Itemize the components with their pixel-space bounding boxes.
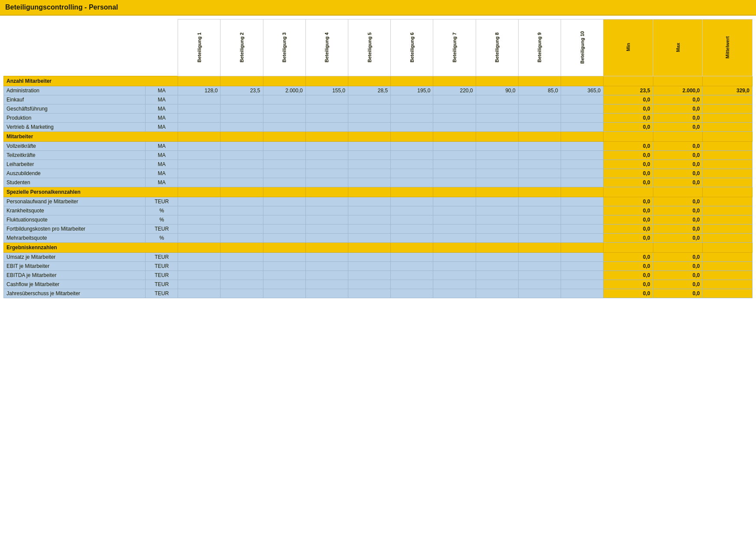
row-val-spezielle-3-5: [391, 225, 433, 234]
row-val-ergebnis-4-4: [348, 289, 390, 298]
section-fill-ergebnis-11: [653, 243, 703, 253]
row-val-spezielle-4-6: [433, 234, 476, 243]
row-val-ergebnis-2-2: [263, 271, 305, 280]
section-label-anzahl: Anzahl Mitarbeiter: [4, 76, 178, 86]
row-val-spezielle-0-7: [476, 197, 518, 206]
row-val-mitarbeiter-0-7: [476, 142, 518, 151]
row-val-mitarbeiter-4-1: [221, 178, 263, 187]
row-val-mitarbeiter-4-9: [561, 178, 603, 187]
row-val-ergebnis-2-9: [561, 271, 603, 280]
section-fill-ergebnis-4: [348, 243, 390, 253]
page-title: Beteiligungscontrolling - Personal: [0, 0, 756, 16]
row-avg-mitarbeiter-0: [703, 142, 753, 151]
row-unit-ergebnis-3: TEUR: [146, 280, 178, 289]
row-val-anzahl-3-5: [391, 114, 433, 123]
row-val-ergebnis-2-5: [391, 271, 433, 280]
section-fill-ergebnis-9: [561, 243, 603, 253]
row-val-mitarbeiter-3-6: [433, 169, 476, 178]
row-val-mitarbeiter-3-7: [476, 169, 518, 178]
row-unit-spezielle-4: %: [146, 234, 178, 243]
row-val-ergebnis-4-2: [263, 289, 305, 298]
row-val-anzahl-1-0: [178, 95, 221, 104]
row-label-mitarbeiter-3: Auszubildende: [4, 169, 146, 178]
row-val-spezielle-4-3: [305, 234, 348, 243]
row-val-spezielle-2-9: [561, 215, 603, 225]
row-val-ergebnis-0-2: [263, 253, 305, 262]
row-min-mitarbeiter-0: 0,0: [604, 142, 653, 151]
section-label-mitarbeiter: Mitarbeiter: [4, 132, 178, 142]
row-label-ergebnis-4: Jahresüberschuss je Mitarbeiter: [4, 289, 146, 298]
row-val-anzahl-0-5: 195,0: [391, 86, 433, 95]
section-label-spezielle: Spezielle Personalkennzahlen: [4, 187, 178, 197]
section-fill-mitarbeiter-8: [518, 132, 561, 142]
row-val-ergebnis-2-6: [433, 271, 476, 280]
row-unit-anzahl-2: MA: [146, 104, 178, 114]
row-val-spezielle-4-2: [263, 234, 305, 243]
row-val-ergebnis-3-0: [178, 280, 221, 289]
row-max-anzahl-1: 0,0: [653, 95, 703, 104]
header-col-2: Beteiligung 2: [221, 20, 263, 76]
row-val-ergebnis-4-1: [221, 289, 263, 298]
row-unit-spezielle-3: TEUR: [146, 225, 178, 234]
row-val-mitarbeiter-3-8: [518, 169, 561, 178]
row-avg-spezielle-2: [703, 215, 753, 225]
row-val-anzahl-4-5: [391, 123, 433, 132]
row-val-spezielle-2-8: [518, 215, 561, 225]
section-fill-spezielle-9: [561, 187, 603, 197]
row-val-mitarbeiter-2-6: [433, 160, 476, 169]
row-max-mitarbeiter-4: 0,0: [653, 178, 703, 187]
row-min-spezielle-1: 0,0: [604, 206, 653, 215]
section-fill-ergebnis-6: [433, 243, 476, 253]
row-val-anzahl-3-3: [305, 114, 348, 123]
row-min-anzahl-2: 0,0: [604, 104, 653, 114]
row-label-anzahl-1: Einkauf: [4, 95, 146, 104]
row-val-ergebnis-0-7: [476, 253, 518, 262]
data-row-spezielle-3: Fortbildungskosten pro MitarbeiterTEUR0,…: [4, 225, 753, 234]
row-max-spezielle-1: 0,0: [653, 206, 703, 215]
header-col-avg: Mittelwert: [703, 20, 753, 76]
row-val-mitarbeiter-1-5: [391, 151, 433, 160]
row-unit-spezielle-1: %: [146, 206, 178, 215]
section-fill-anzahl-6: [433, 76, 476, 86]
row-avg-mitarbeiter-3: [703, 169, 753, 178]
row-val-anzahl-0-1: 23,5: [221, 86, 263, 95]
row-val-mitarbeiter-1-4: [348, 151, 390, 160]
row-unit-ergebnis-0: TEUR: [146, 253, 178, 262]
row-val-anzahl-3-2: [263, 114, 305, 123]
row-val-anzahl-4-9: [561, 123, 603, 132]
section-fill-anzahl-0: [178, 76, 221, 86]
header-col-4: Beteiligung 4: [305, 20, 348, 76]
row-max-anzahl-3: 0,0: [653, 114, 703, 123]
data-row-mitarbeiter-2: LeiharbeiterMA0,00,0: [4, 160, 753, 169]
row-max-ergebnis-0: 0,0: [653, 253, 703, 262]
data-row-ergebnis-1: EBIT je MitarbeiterTEUR0,00,0: [4, 262, 753, 271]
row-label-mitarbeiter-1: Teilzeitkräfte: [4, 151, 146, 160]
section-fill-mitarbeiter-2: [263, 132, 305, 142]
row-val-anzahl-2-8: [518, 104, 561, 114]
row-avg-mitarbeiter-4: [703, 178, 753, 187]
section-fill-spezielle-2: [263, 187, 305, 197]
row-label-mitarbeiter-4: Studenten: [4, 178, 146, 187]
row-val-spezielle-1-2: [263, 206, 305, 215]
row-val-ergebnis-1-4: [348, 262, 390, 271]
row-label-ergebnis-2: EBITDA je Mitarbeiter: [4, 271, 146, 280]
row-label-mitarbeiter-0: Vollzeitkräfte: [4, 142, 146, 151]
section-fill-ergebnis-5: [391, 243, 433, 253]
section-fill-anzahl-4: [348, 76, 390, 86]
row-val-spezielle-0-4: [348, 197, 390, 206]
row-val-spezielle-4-7: [476, 234, 518, 243]
row-val-spezielle-0-6: [433, 197, 476, 206]
row-val-mitarbeiter-0-9: [561, 142, 603, 151]
row-val-spezielle-3-6: [433, 225, 476, 234]
row-val-anzahl-2-9: [561, 104, 603, 114]
row-label-spezielle-4: Mehrarbeitsquote: [4, 234, 146, 243]
row-val-spezielle-3-3: [305, 225, 348, 234]
row-val-spezielle-0-0: [178, 197, 221, 206]
row-val-ergebnis-3-6: [433, 280, 476, 289]
row-min-spezielle-3: 0,0: [604, 225, 653, 234]
row-max-mitarbeiter-0: 0,0: [653, 142, 703, 151]
row-val-mitarbeiter-0-4: [348, 142, 390, 151]
row-avg-ergebnis-1: [703, 262, 753, 271]
section-fill-spezielle-10: [604, 187, 653, 197]
section-fill-spezielle-4: [348, 187, 390, 197]
